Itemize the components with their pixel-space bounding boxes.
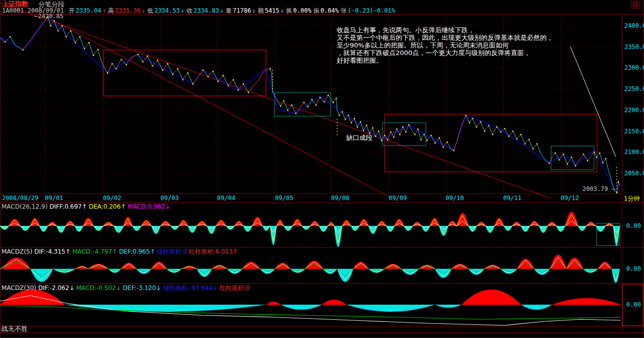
quote-field-张: 张(-0.23)-0.01% [341, 7, 396, 14]
price-tick-label: 2300.0 [624, 64, 644, 71]
peak-price-label: —2420.85 [34, 13, 64, 20]
date-tick-label: 09/09 [389, 195, 407, 202]
indicator-title-row-MACDZ(30): MACDZ(30) DIF:-2.062↓ MACD:-0.502↓ DEF:-… [2, 284, 250, 292]
indicator-value: MACD:-0.502 [76, 284, 116, 292]
zero-value-label: 0.00 [626, 265, 641, 272]
indicator-value: DEA:0.206 [89, 203, 121, 210]
date-tick-label: 09/12 [561, 195, 579, 202]
date-tick-label: 09/03 [160, 195, 179, 202]
status-bar-text: 战无不胜 [2, 325, 28, 332]
indicator-value: ↓ [116, 284, 123, 292]
daily-period-icon[interactable]: 日 [631, 1, 640, 9]
indicator-value: ↓ [212, 284, 220, 292]
price-tick-label: 2250.0 [624, 85, 644, 92]
indicator-value: ↓ [156, 284, 163, 292]
date-tick-label: 2008/08/29 [2, 195, 38, 202]
date-tick-label: 09/01 [45, 195, 63, 202]
indicator-value: DEF:-3.120 [123, 284, 156, 292]
quote-field-换: 换0.00% [286, 7, 312, 14]
indicator-value: MACD:-4.797 [72, 248, 112, 255]
price-tick-label: 2100.0 [624, 149, 644, 156]
gap-segment-label: 缺口成段 [346, 134, 372, 141]
price-tick-label: 2050.0 [624, 170, 644, 177]
date-tick-label: 09/05 [275, 195, 293, 202]
indicator-value: MACD(26,12,9) [2, 203, 49, 210]
annotation-line: 又不是第一个中枢后的下跌，因此，出现更大级别的反弹基本就是必然的， [337, 34, 553, 41]
low-price-label: 2003.79 — [582, 185, 615, 192]
date-tick-label: 09/10 [446, 195, 464, 202]
zero-value-label: 0.00 [626, 301, 641, 308]
indicator-title-row-MACD: MACD(26,12,9) DIFF:0.697↑ DEA:0.206↑ MAC… [2, 203, 170, 210]
quote-field-收: 收2334.83↓ [186, 7, 225, 14]
annotation-line: 收盘马上有事，先说两句。小反弹后继续下跌， [337, 26, 553, 34]
date-tick-label: 09/08 [331, 195, 349, 202]
price-tick-label: 2200.0 [624, 107, 644, 114]
annotation-line: 至少90%多以上的把握。所以，下周，无论周末消息面如何 [337, 41, 553, 49]
indicator-value: ↑ [82, 203, 89, 210]
price-tick-label: 2350.0 [624, 43, 644, 51]
indicator-value: DIF:-4.315 [34, 248, 65, 255]
indicator-value: DEF:0.965 [119, 248, 150, 255]
trading-terminal-window: 上证指数 分笔分段 日 1A0001 2008/09/01 开2335.04↑高… [0, 0, 644, 338]
quote-field-高: 高2335.36↓ [108, 7, 146, 14]
indicator-value: MACDZ(5) [2, 248, 34, 255]
indicator-value: 红柱面积:6.013 [189, 248, 233, 255]
period-label[interactable]: 1分钟 [624, 195, 640, 202]
price-tick-label: 2400.0 [624, 22, 644, 29]
indicator-value: DIFF:0.697 [49, 203, 82, 210]
date-tick-label: 09/04 [217, 195, 235, 202]
indicator-value: DIF:-2.062 [38, 284, 69, 292]
indicator-value: ↓ [69, 284, 76, 292]
indicator-value: ↑ [112, 248, 119, 255]
indicator-value: ↑ [150, 248, 157, 255]
quote-field-量: 量71786↓ [226, 7, 256, 14]
annotation-text: 收盘马上有事，先说两句。小反弹后继续下跌，又不是第一个中枢后的下跌，因此，出现更… [337, 26, 553, 64]
price-tick-label: 2150.0 [624, 128, 644, 135]
indicator-value: MACDZ(30) [2, 284, 38, 292]
zero-value-label: 0.00 [626, 222, 641, 229]
quote-field-额: 额5415↓ [258, 7, 285, 14]
indicator-value: ↑ [233, 248, 238, 255]
quote-field-振: 振0.04% [313, 7, 340, 14]
indicator-value: 红柱面积:0 [220, 284, 250, 292]
indicator-value: MACD:0.982 [128, 203, 165, 210]
indicator-title-row-MACDZ(5): MACDZ(5) DIF:-4.315↑ MACD:-4.797↑ DEF:0.… [2, 248, 238, 255]
annotation-line: ，就算还有下跌破点2000点，一个更大力度与级别的反弹将直面， [337, 49, 553, 57]
date-tick-label: 09/02 [103, 195, 121, 202]
indicator-value: ↑ [66, 248, 73, 255]
index-name: 上证指数 [2, 1, 28, 8]
date-tick-label: 09/11 [503, 195, 521, 202]
indicator-value: ↑ [121, 203, 128, 210]
indicator-value: 绿柱面积:-93.644 [163, 284, 212, 292]
indicator-value: 绿柱面积:0 [157, 248, 189, 255]
indicator-value: ↓ [165, 203, 170, 210]
annotation-line: 好好看图把握。 [337, 57, 553, 64]
quote-field-开: 开2335.04↑ [69, 7, 107, 14]
text-layer: 上证指数 分笔分段 日 1A0001 2008/09/01 开2335.04↑高… [0, 0, 644, 338]
quote-field-低: 低2334.53↓ [147, 7, 186, 14]
